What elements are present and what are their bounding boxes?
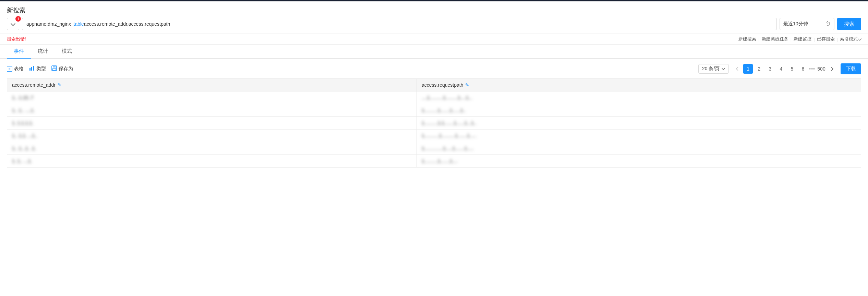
toolbar-right: 20 条/页 1 2: [698, 63, 861, 74]
cell-remote-addr: 1. 1.. ...1.: [7, 155, 417, 168]
page-5-button[interactable]: 5: [787, 64, 797, 74]
time-selector[interactable]: 最近10分钟 ⏱: [780, 18, 834, 30]
tab-pattern[interactable]: 模式: [55, 45, 79, 59]
save-as-button[interactable]: 保存为: [51, 65, 73, 72]
table-row: 1.. 1.1. ...1..1...........1..........1.…: [7, 130, 861, 142]
svg-rect-0: [29, 68, 31, 71]
last-page-button[interactable]: 500: [817, 64, 826, 74]
index-mode-selector[interactable]: 索引模式: [840, 36, 861, 42]
cell-value-addr: 1.. 1.1. ...1..: [12, 133, 37, 138]
time-range-label: 最近10分钟: [783, 21, 808, 27]
cell-value-addr: 1. 1.1.1.1.: [12, 120, 33, 126]
chart-icon: [29, 66, 35, 72]
table-label: 表格: [14, 66, 24, 72]
cell-value-path: 1..............1.....1.......1.....: [422, 146, 474, 151]
page-size-chevron-icon: [722, 68, 725, 70]
search-input[interactable]: appname:dmz_nginx | table access.remote_…: [22, 18, 777, 30]
cell-requestpath: 1..............1.....1.......1.....: [417, 142, 861, 155]
svg-rect-1: [31, 67, 32, 71]
cell-requestpath: 1..........1.1.......1......1...1..: [417, 117, 861, 130]
tab-events[interactable]: 事件: [7, 45, 31, 59]
cell-requestpath: ....1..........1.........1....1...: [417, 91, 861, 104]
error-row: 搜索出错! 新建搜索 | 新建离线任务 | 新建监控 | 已存搜索 | 索引模式: [0, 34, 868, 45]
chart-type-button[interactable]: 类型: [29, 66, 46, 72]
chevron-down-icon: [11, 21, 15, 26]
divider-4: |: [837, 37, 838, 42]
toolbar-row: ≡ 表格 类型: [7, 63, 861, 74]
cell-remote-addr: 1.. 1.. ....1.: [7, 104, 417, 117]
cell-remote-addr: 1.. 1.1. ...1..: [7, 130, 417, 142]
notification-badge: 1: [15, 16, 21, 22]
prev-page-button[interactable]: [732, 64, 742, 74]
cell-remote-addr: 1. 1.1.1.1.: [7, 117, 417, 130]
tab-statistics[interactable]: 统计: [31, 45, 55, 59]
cell-value-path: 1...........1..........1.......1.....: [422, 133, 477, 138]
table-row: 1.. 1...1. .1.1..............1.....1....…: [7, 142, 861, 155]
saved-search-link[interactable]: 已存搜索: [817, 36, 835, 42]
next-page-button[interactable]: [828, 64, 837, 74]
cell-value-addr: 1.. 1.15..7: [12, 95, 33, 100]
page-header: 新搜索 1 appname:dmz_nginx | table access.r…: [0, 1, 868, 34]
search-button[interactable]: 搜索: [837, 18, 861, 30]
content-area: ≡ 表格 类型: [0, 59, 868, 172]
cell-requestpath: 1..........1.......1......1..: [417, 104, 861, 117]
new-offline-link[interactable]: 新建离线任务: [762, 36, 788, 42]
divider-3: |: [813, 37, 815, 42]
svg-rect-2: [33, 66, 34, 71]
table-row: 1. 1.1.1.1.1..........1.1.......1......1…: [7, 117, 861, 130]
clock-icon: ⏱: [825, 21, 831, 27]
cell-requestpath: 1..........1.......1....: [417, 155, 861, 168]
save-label: 保存为: [59, 66, 73, 72]
cell-value-addr: 1.. 1.. ....1.: [12, 108, 35, 113]
col-edit-icon-2[interactable]: ✎: [465, 82, 469, 88]
save-icon: [51, 65, 57, 72]
table-row: 1.. 1.15..7....1..........1.........1...…: [7, 91, 861, 104]
col-header-remote-addr: access.remote_addr ✎: [7, 79, 417, 91]
action-links: 新建搜索 | 新建离线任务 | 新建监控 | 已存搜索 | 索引模式: [738, 36, 861, 42]
table-header-row: access.remote_addr ✎ access.requestpath …: [7, 79, 861, 91]
cell-remote-addr: 1.. 1.15..7: [7, 91, 417, 104]
divider-1: |: [758, 37, 759, 42]
page-6-button[interactable]: 6: [798, 64, 808, 74]
page-size-selector[interactable]: 20 条/页: [698, 64, 729, 74]
cell-value-addr: 1.. 1...1. .1.: [12, 146, 36, 151]
cell-value-path: 1..........1.......1....: [422, 158, 458, 164]
page-title: 新搜索: [7, 6, 861, 14]
cell-value-path: 1..........1.1.......1......1...1..: [422, 120, 477, 126]
pagination: 1 2 3 4 5 6: [732, 64, 837, 74]
page-2-button[interactable]: 2: [754, 64, 764, 74]
cell-requestpath: 1...........1..........1.......1.....: [417, 130, 861, 142]
new-search-link[interactable]: 新建搜索: [738, 36, 756, 42]
col-header-requestpath: access.requestpath ✎: [417, 79, 861, 91]
table-row: 1.. 1.. ....1.1..........1.......1......…: [7, 104, 861, 117]
table-row: 1. 1.. ...1.1..........1.......1....: [7, 155, 861, 168]
pagination-ellipsis: •••: [809, 66, 815, 72]
page-size-label: 20 条/页: [702, 66, 720, 72]
cell-value-path: ....1..........1.........1....1...: [422, 95, 472, 100]
data-table: access.remote_addr ✎ access.requestpath …: [7, 78, 861, 168]
toolbar-left: ≡ 表格 类型: [7, 65, 73, 72]
search-row: 1 appname:dmz_nginx | table access.remot…: [7, 18, 861, 30]
query-prefix: appname:dmz_nginx |: [26, 21, 74, 27]
cell-value-addr: 1. 1.. ...1.: [12, 158, 32, 164]
new-monitor-link[interactable]: 新建监控: [794, 36, 811, 42]
col-edit-icon-1[interactable]: ✎: [58, 82, 62, 88]
query-suffix: access.remote_addr,access.requestpath: [84, 21, 170, 27]
svg-rect-4: [53, 66, 56, 67]
tabs-row: 事件 统计 模式: [0, 45, 868, 59]
page-1-button[interactable]: 1: [743, 64, 753, 74]
download-button[interactable]: 下载: [841, 63, 861, 74]
index-mode-label: 索引模式: [840, 36, 858, 42]
svg-rect-5: [52, 69, 56, 70]
notification-button[interactable]: 1: [7, 18, 19, 30]
page-4-button[interactable]: 4: [776, 64, 786, 74]
table-icon: ≡: [7, 66, 12, 72]
index-mode-chevron-icon: [858, 37, 861, 40]
query-keyword: table: [74, 21, 84, 27]
page-3-button[interactable]: 3: [765, 64, 775, 74]
divider-2: |: [791, 37, 792, 42]
table-view-button[interactable]: ≡ 表格: [7, 66, 24, 72]
cell-remote-addr: 1.. 1...1. .1.: [7, 142, 417, 155]
chart-label: 类型: [36, 66, 46, 72]
error-text: 搜索出错!: [7, 36, 26, 42]
